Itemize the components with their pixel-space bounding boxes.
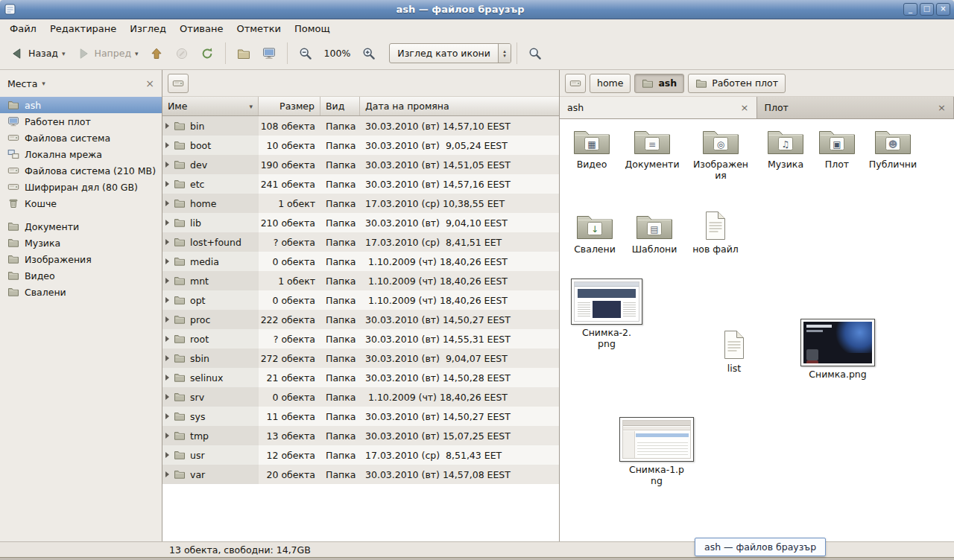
table-row[interactable]: lib210 обектаПапка30.03.2010 (вт) 9,04,1… <box>162 213 559 232</box>
search-button[interactable] <box>522 42 548 65</box>
expander-icon[interactable] <box>165 452 169 458</box>
table-row[interactable]: home1 обектПапка17.03.2010 (ср) 10,38,55… <box>162 194 559 213</box>
sidebar-item-filesystem[interactable]: Файлова система <box>0 130 162 146</box>
table-row[interactable]: dev190 обектаПапка30.03.2010 (вт) 14,51,… <box>162 155 559 174</box>
icon-downloads[interactable]: ↓Свалени <box>569 210 621 255</box>
expander-icon[interactable] <box>165 336 169 342</box>
home-button[interactable] <box>231 42 256 65</box>
icon-snimka-1[interactable]: Снимка-1.png <box>628 417 685 486</box>
back-button[interactable]: Назад▾ <box>4 42 71 65</box>
column-header-size[interactable]: Размер <box>259 97 320 115</box>
expander-icon[interactable] <box>165 355 169 361</box>
stop-button[interactable] <box>169 42 195 65</box>
zoom-in-button[interactable] <box>356 42 382 65</box>
expander-icon[interactable] <box>165 413 169 419</box>
expander-icon[interactable] <box>165 316 169 322</box>
menu-edit[interactable]: Редактиране <box>43 21 123 36</box>
table-row[interactable]: var20 обектаПапка30.03.2010 (вт) 14,57,0… <box>162 465 559 484</box>
menu-help[interactable]: Помощ <box>288 21 337 36</box>
close-button[interactable]: × <box>936 3 950 16</box>
expander-icon[interactable] <box>165 394 169 400</box>
expander-icon[interactable] <box>165 278 169 284</box>
computer-button[interactable] <box>256 42 282 65</box>
table-row[interactable]: media0 обектаПапка 1.10.2009 (чт) 18,40,… <box>162 252 559 271</box>
icon-pictures[interactable]: ◎Изображения <box>691 125 751 181</box>
table-row[interactable]: mnt1 обектПапка 1.10.2009 (чт) 18,40,26 … <box>162 271 559 290</box>
icon-list[interactable]: list <box>713 329 755 374</box>
icon-video[interactable]: ▦Видео <box>567 125 616 170</box>
column-header-name[interactable]: Име▾ <box>162 97 259 115</box>
sidebar-item-video[interactable]: Видео <box>0 267 162 284</box>
tab-ash[interactable]: ash× <box>560 97 757 118</box>
sidebar-item-encrypted-80gb[interactable]: Шифриран дял (80 GB) <box>0 179 162 195</box>
back-dropdown-icon[interactable]: ▾ <box>62 50 66 57</box>
icon-desktop[interactable]: ▣Плот <box>815 125 859 170</box>
expander-icon[interactable] <box>165 181 169 187</box>
view-mode-spinner-icon[interactable]: ▴▾ <box>498 44 511 63</box>
icon-documents[interactable]: ≡Документи <box>621 125 683 170</box>
expander-icon[interactable] <box>165 142 169 148</box>
table-row[interactable]: selinux21 обектаПапка30.03.2010 (вт) 14,… <box>162 368 559 387</box>
table-row[interactable]: root? обектаПапка30.03.2010 (вт) 14,55,3… <box>162 329 559 349</box>
column-header-type[interactable]: Вид <box>320 97 360 115</box>
expander-icon[interactable] <box>165 220 169 226</box>
table-row[interactable]: boot10 обектаПапка30.03.2010 (вт) 9,05,2… <box>162 136 559 155</box>
expander-icon[interactable] <box>165 297 169 303</box>
reload-button[interactable] <box>195 42 220 65</box>
icon-public[interactable]: ☻Публични <box>864 125 922 170</box>
sidebar-dropdown-icon[interactable]: ▾ <box>42 80 45 87</box>
table-row[interactable]: etc241 обектаПапка30.03.2010 (вт) 14,57,… <box>162 174 559 194</box>
minimize-button[interactable]: _ <box>903 3 917 16</box>
expander-icon[interactable] <box>165 239 169 245</box>
table-row[interactable]: sys11 обектаПапка30.03.2010 (вт) 14,50,2… <box>162 407 559 426</box>
icon-snimka-2[interactable]: Снимка-2.png <box>579 279 634 349</box>
table-row[interactable]: sbin272 обектаПапка30.03.2010 (вт) 9,04,… <box>162 349 559 368</box>
tab-close-icon[interactable]: × <box>938 103 946 112</box>
expander-icon[interactable] <box>165 162 169 168</box>
view-mode-select[interactable]: Изглед като икони▴▾ <box>389 43 511 63</box>
sidebar-item-network[interactable]: Локална мрежа <box>0 146 162 162</box>
path-button-desktop[interactable]: Работен плот <box>688 74 786 93</box>
menu-go[interactable]: Отиване <box>173 21 230 36</box>
sidebar-item-downloads[interactable]: Свалени <box>0 284 162 300</box>
table-row[interactable]: srv0 обектаПапка 1.10.2009 (чт) 18,40,26… <box>162 387 559 407</box>
expander-icon[interactable] <box>165 433 169 439</box>
expander-icon[interactable] <box>165 471 169 477</box>
up-button[interactable] <box>144 42 169 65</box>
tab-close-icon[interactable]: × <box>741 103 749 112</box>
table-row[interactable]: proc222 обектаПапка30.03.2010 (вт) 14,50… <box>162 310 559 329</box>
menu-view[interactable]: Изглед <box>123 21 173 36</box>
icon-music[interactable]: ♫Музика <box>759 125 812 170</box>
menu-file[interactable]: Файл <box>3 21 43 36</box>
table-row[interactable]: tmp13 обектаПапка30.03.2010 (вт) 15,07,2… <box>162 426 559 445</box>
expander-icon[interactable] <box>165 258 169 264</box>
table-row[interactable]: usr12 обектаПапка17.03.2010 (ср) 8,51,43… <box>162 445 559 465</box>
sidebar-item-ash[interactable]: ash <box>0 97 162 113</box>
forward-button[interactable]: Напред▾ <box>71 42 144 65</box>
column-header-date[interactable]: Дата на промяна <box>360 97 559 115</box>
path-button-root[interactable] <box>565 74 586 93</box>
sidebar-item-pictures[interactable]: Изображения <box>0 251 162 267</box>
expander-icon[interactable] <box>165 123 169 129</box>
table-row[interactable]: lost+found? обектаПапка17.03.2010 (ср) 8… <box>162 232 559 252</box>
zoom-out-button[interactable] <box>293 42 318 65</box>
sidebar-item-filesystem-210mb[interactable]: Файлова система (210 MB) <box>0 162 162 179</box>
maximize-button[interactable]: □ <box>920 3 934 16</box>
forward-dropdown-icon[interactable]: ▾ <box>135 50 139 57</box>
sidebar-item-desktop[interactable]: Работен плот <box>0 113 162 130</box>
path-button-ash[interactable]: ash <box>634 74 684 93</box>
icon-templates[interactable]: ▤Шаблони <box>627 210 682 255</box>
icon-new-file[interactable]: нов файл <box>691 210 740 255</box>
expander-icon[interactable] <box>165 200 169 206</box>
path-button-home[interactable]: home <box>590 74 631 93</box>
menu-bookmarks[interactable]: Отметки <box>230 21 287 36</box>
sidebar-item-documents[interactable]: Документи <box>0 218 162 235</box>
expander-icon[interactable] <box>165 375 169 381</box>
table-row[interactable]: bin108 обектаПапка30.03.2010 (вт) 14,57,… <box>162 116 559 136</box>
left-pane-root-button[interactable] <box>168 74 189 93</box>
sidebar-item-trash[interactable]: Кошче <box>0 195 162 211</box>
tab-plot[interactable]: Плот× <box>757 97 954 118</box>
sidebar-close-icon[interactable]: × <box>145 78 154 89</box>
sidebar-item-music[interactable]: Музика <box>0 235 162 251</box>
table-row[interactable]: opt0 обектаПапка 1.10.2009 (чт) 18,40,26… <box>162 290 559 310</box>
